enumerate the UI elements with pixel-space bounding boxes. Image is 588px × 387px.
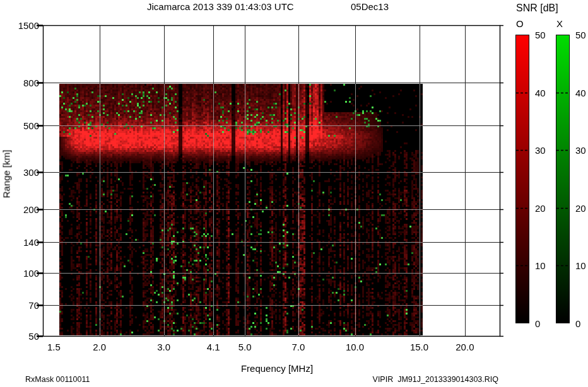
x-tick-label: 3.0	[157, 342, 170, 352]
y-tick-label: 1500	[1, 21, 39, 30]
x-axis-title: Frequency [MHz]	[241, 364, 313, 373]
x-mode-label: X	[556, 19, 563, 28]
colorbar-o-tick-label: 10	[535, 261, 546, 270]
ionogram-plot-canvas	[0, 0, 588, 387]
x-tick-label: 5.0	[238, 342, 252, 352]
y-tick-label: 100	[1, 268, 39, 277]
colorbar-x-tick-label: 20	[575, 203, 586, 212]
x-tick-label: 10.0	[346, 342, 364, 352]
x-tick-label: 7.0	[291, 342, 305, 352]
y-tick-label: 200	[1, 205, 39, 214]
colorbar-x-tick-label: 50	[575, 30, 586, 40]
colorbar-x-tick-label: 0	[575, 319, 580, 328]
colorbar-x-tick-label: 10	[575, 261, 586, 270]
x-tick-label: 20.0	[456, 342, 474, 352]
colorbar-x-tick-label: 30	[575, 146, 586, 155]
footer-rxmask: RxMask 00110011	[25, 376, 90, 384]
x-tick-label: 1.5	[47, 342, 61, 352]
colorbar-o-tick-label: 50	[535, 30, 546, 40]
y-tick-label: 300	[1, 168, 39, 177]
colorbar-o-tick-label: 0	[535, 319, 540, 328]
colorbar-x-tick-label: 40	[575, 88, 586, 97]
x-tick-label: 15.0	[410, 342, 428, 352]
colorbar-title: SNR [dB]	[516, 3, 558, 13]
x-tick-label: 4.1	[207, 342, 220, 352]
y-tick-label: 800	[1, 78, 39, 88]
page-title: Jicamarca 2013 339 01:43:03 UTC	[147, 2, 294, 11]
date-label: 05Dec13	[351, 2, 389, 11]
x-tick-label: 2.0	[93, 342, 106, 352]
y-tick-label: 140	[1, 237, 39, 246]
y-tick-label: 50	[1, 332, 39, 341]
colorbar-o-tick-label: 30	[535, 146, 546, 155]
footer-filename: VIPIR JM91J_2013339014303.RIQ	[373, 376, 498, 384]
o-mode-label: O	[516, 19, 524, 28]
colorbar-o-tick-label: 40	[535, 88, 546, 97]
y-tick-label: 70	[1, 301, 39, 310]
y-tick-label: 500	[1, 121, 39, 130]
ionogram-screenshot: Jicamarca 2013 339 01:43:03 UTC 05Dec13 …	[0, 0, 588, 387]
colorbar-o-tick-label: 20	[535, 203, 546, 212]
